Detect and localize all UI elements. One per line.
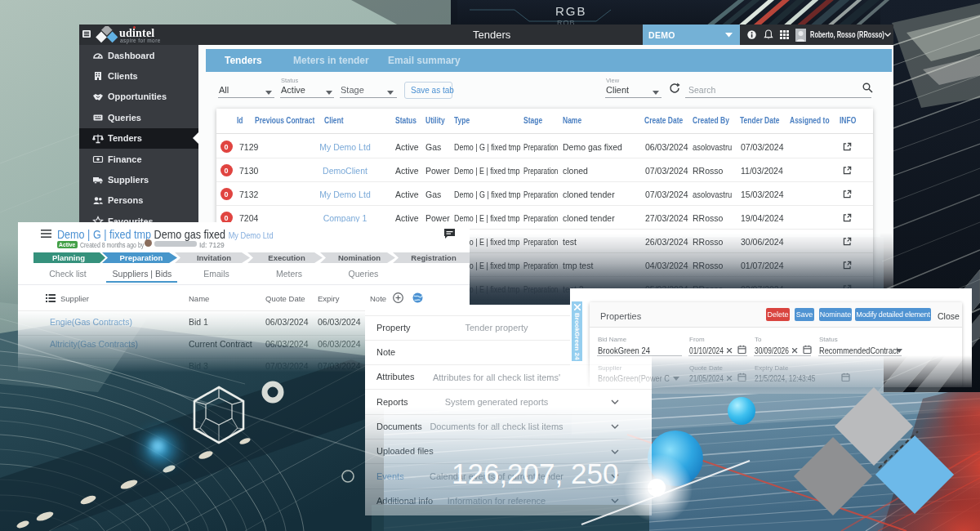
svg-text:Execution: Execution: [268, 253, 305, 262]
svg-text:Registration: Registration: [411, 253, 457, 262]
svg-text:RGB: RGB: [555, 4, 587, 18]
svg-text:Planning: Planning: [52, 253, 85, 262]
svg-text:Nomination: Nomination: [338, 253, 381, 262]
svg-text:Invitation: Invitation: [197, 253, 231, 262]
svg-text:Preparation: Preparation: [120, 253, 163, 262]
